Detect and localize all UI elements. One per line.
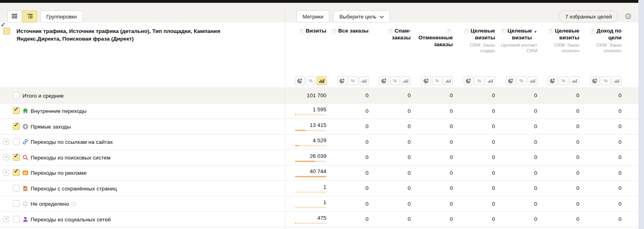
mini-pie-button[interactable] [295,76,305,85]
dimension-cell: Переходы с сохранённых страниц [0,181,286,196]
tree-view-button[interactable] [23,10,37,22]
row-checkbox[interactable]: ✓ [13,107,20,114]
metric-cell: 0 [539,196,581,212]
row-label[interactable]: Внутренние переходы [31,108,87,114]
row-checkbox[interactable]: ✓ [13,154,20,161]
metric-cell: 14 891 [286,227,328,229]
row-checkbox[interactable] [13,138,20,145]
metric-cell: 1 [286,181,328,196]
expand-button[interactable]: + [3,170,9,176]
mini-bars-button[interactable] [570,76,579,85]
metric-cell: 0 [370,227,413,229]
row-checkbox[interactable] [13,216,20,223]
row-label[interactable]: Переходы из поисковых систем [31,154,110,160]
metric-cell: 4 529 [286,135,328,150]
mini-pie-button[interactable] [506,76,516,85]
mini-pie-button[interactable] [379,76,389,85]
scrollbar-track[interactable] [638,0,644,229]
column-header[interactable]: ?Целевые визиты▼Целевой контакт CRM [497,23,539,53]
metric-cell: 26 039 [286,150,328,165]
list-view-button[interactable] [7,10,22,22]
expand-button[interactable]: + [3,139,9,145]
mini-percent-button[interactable]: % [475,76,484,85]
row-label[interactable]: Итого и средние [23,92,64,98]
mini-bars-button[interactable] [612,76,621,85]
row-label[interactable]: Переходы с сохранённых страниц [31,185,117,191]
table-row: Не определено?10000000 [0,196,638,212]
mini-percent-button[interactable]: % [390,76,400,85]
mini-pie-button[interactable] [464,76,473,85]
undefined-icon [22,200,29,207]
metric-cell: 0 [497,227,539,229]
column-view-buttons: % [328,75,370,86]
direct-icon [22,123,29,130]
mini-bars-button[interactable] [528,76,537,85]
mini-percent-button[interactable]: % [559,76,568,85]
gear-icon[interactable]: ⚙ [624,11,632,22]
window-top-strip [0,0,644,3]
column-view-buttons: % [539,75,581,86]
mini-pie-button[interactable] [590,76,600,85]
dimensions-header-text[interactable]: Источник трафика, Источник трафика (дета… [3,27,265,43]
mini-pie-button[interactable] [337,76,347,85]
row-label[interactable]: Не определено? [31,201,76,207]
row-label[interactable]: Переходы по рекламе [31,170,87,176]
help-icon[interactable]: ? [590,29,595,34]
metric-cell: 0 [412,212,454,227]
favorite-goals-button[interactable]: 7 избранных целей [559,10,618,22]
metric-cell: 0 [497,150,539,165]
row-checkbox[interactable]: ✓ [13,169,20,176]
row-checkbox[interactable] [13,185,20,192]
help-icon[interactable]: ? [299,29,304,34]
link-icon [22,139,29,145]
dimension-cell: +✓ADПереходы по рекламе [0,166,286,181]
mini-bars-button[interactable] [443,76,453,85]
metrics-button[interactable]: Метрики [297,10,329,22]
help-icon[interactable]: ? [332,29,336,34]
row-label[interactable]: Прямые заходы [31,123,71,129]
help-icon[interactable]: ? [501,29,506,34]
row-checkbox[interactable]: ✓ [13,123,20,130]
row-checkbox[interactable] [13,92,20,99]
column-header[interactable]: ?Отмененные заказы [412,23,454,53]
metric-cell: 0 [412,181,454,196]
help-icon[interactable]: ? [464,29,469,34]
mini-bars-button[interactable] [401,76,411,85]
mini-pie-button[interactable] [548,76,557,85]
column-header[interactable]: ?Целевые визитыCRM: Заказ оплачен [539,23,581,53]
metric-cell: 0 [412,227,454,229]
mini-percent-button[interactable]: % [601,76,611,85]
column-header[interactable]: ?Спам-заказы [370,23,413,53]
row-checkbox[interactable] [13,200,20,207]
help-icon[interactable]: ? [548,29,553,34]
metric-cell: 0 [454,135,497,150]
help-icon[interactable]: ? [388,29,393,34]
expand-button[interactable]: + [3,216,9,222]
column-header[interactable]: ?Доход по целиCRM: Заказ оплачен [581,23,623,53]
mini-percent-button[interactable]: % [517,76,526,85]
row-label[interactable]: Переходы по ссылкам на сайтах [31,139,113,145]
dimensions-checkbox[interactable]: ✓ [3,28,10,35]
help-icon[interactable]: ? [72,202,76,207]
table-row: +✓ADПереходы по рекламе40 7440000000 [0,166,638,181]
column-header[interactable]: ?Визиты [286,23,328,53]
table-row: +Переходы по ссылкам на сайтах4 52900000… [0,135,638,150]
column-header[interactable]: ?Все заказы [328,23,370,53]
metric-cell: 0 [328,166,370,181]
mini-bars-button[interactable] [317,76,326,85]
mini-bars-button[interactable] [485,76,495,85]
mini-percent-button[interactable]: % [432,76,442,85]
column-header[interactable]: ?Целевые визитыCRM: Заказ создан [454,23,497,53]
expand-button[interactable]: + [3,154,9,160]
groupings-button[interactable]: Группировки [40,10,83,22]
mini-pie-button[interactable] [421,76,431,85]
help-icon[interactable]: ? [446,29,451,34]
mini-percent-button[interactable]: % [348,76,358,85]
row-label[interactable]: Переходы из социальных сетей [31,216,111,222]
mini-bars-button[interactable] [359,76,369,85]
goal-select-button[interactable]: Выберите цель [333,10,390,22]
metric-cell: 0 [539,104,581,119]
metric-cell: 0 [454,119,497,134]
mini-percent-button[interactable]: % [306,76,316,85]
column-subtitle: CRM: Заказ оплачен [584,42,621,53]
